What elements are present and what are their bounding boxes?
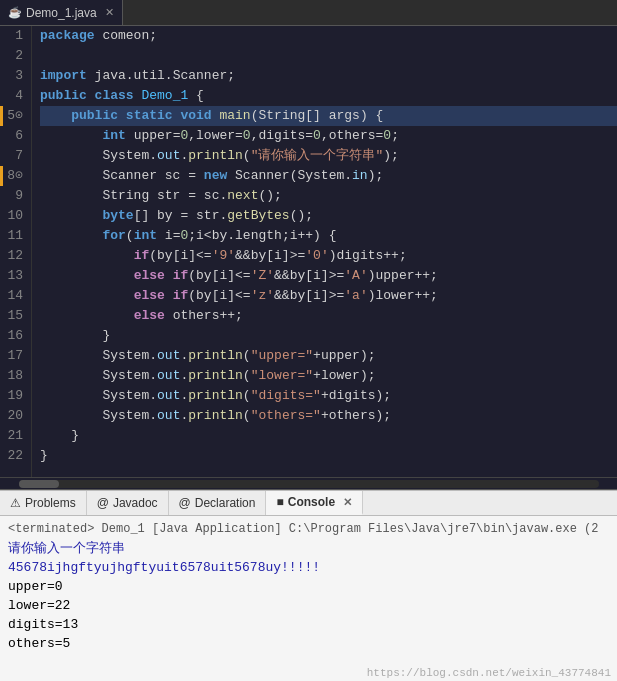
code-line-5: public static void main(String[] args) { [40, 106, 617, 126]
line-num-18: 18 [4, 366, 23, 386]
line-num-13: 13 [4, 266, 23, 286]
code-line-17: System.out.println("upper="+upper); [40, 346, 617, 366]
watermark: https://blog.csdn.net/weixin_43774841 [0, 667, 617, 681]
horizontal-scrollbar[interactable] [0, 477, 617, 489]
line-num-12: 12 [4, 246, 23, 266]
java-file-icon: ☕ [8, 6, 22, 19]
editor-tab[interactable]: ☕ Demo_1.java ✕ [0, 0, 123, 25]
tab-problems-label: Problems [25, 496, 76, 510]
console-output: <terminated> Demo_1 [Java Application] C… [0, 516, 617, 667]
line-num-21: 21 [4, 426, 23, 446]
tab-declaration[interactable]: @ Declaration [169, 491, 267, 515]
tab-console-label: Console [288, 495, 335, 509]
line-num-9: 9 [4, 186, 23, 206]
code-line-21: } [40, 426, 617, 446]
tab-problems[interactable]: ⚠ Problems [0, 491, 87, 515]
javadoc-icon: @ [97, 496, 109, 510]
code-line-1: package comeon; [40, 26, 617, 46]
code-line-9: String str = sc.next(); [40, 186, 617, 206]
console-output-upper: upper=0 [8, 577, 609, 596]
declaration-icon: @ [179, 496, 191, 510]
tab-javadoc-label: Javadoc [113, 496, 158, 510]
line-num-17: 17 [4, 346, 23, 366]
console-output-others: others=5 [8, 634, 609, 653]
console-output-lower: lower=22 [8, 596, 609, 615]
line-num-4: 4 [4, 86, 23, 106]
code-line-16: } [40, 326, 617, 346]
code-line-15: else others++; [40, 306, 617, 326]
code-line-18: System.out.println("lower="+lower); [40, 366, 617, 386]
problems-icon: ⚠ [10, 496, 21, 510]
console-close[interactable]: ✕ [343, 496, 352, 509]
line-num-5: 5⊙ [4, 106, 23, 126]
line-num-1: 1 [4, 26, 23, 46]
code-line-8: Scanner sc = new Scanner(System.in); [40, 166, 617, 186]
line-num-6: 6 [4, 126, 23, 146]
tab-console[interactable]: ■ Console ✕ [266, 491, 363, 515]
tab-label: Demo_1.java [26, 6, 97, 20]
code-line-4: public class Demo_1 { [40, 86, 617, 106]
scrollbar-thumb[interactable] [19, 480, 59, 488]
line-num-7: 7 [4, 146, 23, 166]
code-area: 1 2 3 4 5⊙ 6 7 8⊙ 9 10 11 12 13 14 15 16… [0, 26, 617, 477]
line-num-2: 2 [4, 46, 23, 66]
code-line-14: else if(by[i]<='z'&&by[i]>='a')lower++; [40, 286, 617, 306]
code-line-13: else if(by[i]<='Z'&&by[i]>='A')upper++; [40, 266, 617, 286]
console-container: ⚠ Problems @ Javadoc @ Declaration ■ Con… [0, 490, 617, 681]
terminated-line: <terminated> Demo_1 [Java Application] C… [8, 520, 609, 539]
code-line-2 [40, 46, 617, 66]
code-content: package comeon; import java.util.Scanner… [32, 26, 617, 477]
line-num-22: 22 [4, 446, 23, 466]
console-output-digits: digits=13 [8, 615, 609, 634]
line-num-15: 15 [4, 306, 23, 326]
line-num-14: 14 [4, 286, 23, 306]
tab-bar: ☕ Demo_1.java ✕ [0, 0, 617, 26]
line-num-10: 10 [4, 206, 23, 226]
code-line-3: import java.util.Scanner; [40, 66, 617, 86]
line-num-11: 11 [4, 226, 23, 246]
code-line-10: byte[] by = str.getBytes(); [40, 206, 617, 226]
console-tabs: ⚠ Problems @ Javadoc @ Declaration ■ Con… [0, 490, 617, 516]
editor-container: ☕ Demo_1.java ✕ 1 2 3 4 5⊙ 6 7 8⊙ 9 10 1… [0, 0, 617, 490]
line-num-8: 8⊙ [4, 166, 23, 186]
tab-declaration-label: Declaration [195, 496, 256, 510]
line-num-19: 19 [4, 386, 23, 406]
line-num-3: 3 [4, 66, 23, 86]
code-line-6: int upper=0,lower=0,digits=0,others=0; [40, 126, 617, 146]
tab-close-button[interactable]: ✕ [105, 6, 114, 19]
console-prompt-line: 请你输入一个字符串 [8, 539, 609, 558]
console-icon: ■ [276, 495, 283, 509]
code-line-20: System.out.println("others="+others); [40, 406, 617, 426]
code-line-11: for(int i=0;i<by.length;i++) { [40, 226, 617, 246]
scrollbar-track [19, 480, 599, 488]
code-line-22: } [40, 446, 617, 466]
code-line-19: System.out.println("digits="+digits); [40, 386, 617, 406]
code-line-12: if(by[i]<='9'&&by[i]>='0')digits++; [40, 246, 617, 266]
line-num-20: 20 [4, 406, 23, 426]
line-numbers: 1 2 3 4 5⊙ 6 7 8⊙ 9 10 11 12 13 14 15 16… [0, 26, 32, 477]
line-num-16: 16 [4, 326, 23, 346]
code-line-7: System.out.println("请你输入一个字符串"); [40, 146, 617, 166]
tab-javadoc[interactable]: @ Javadoc [87, 491, 169, 515]
console-input-line: 45678ijhgftyujhgftyuit6578uit5678uy!!!!! [8, 558, 609, 577]
